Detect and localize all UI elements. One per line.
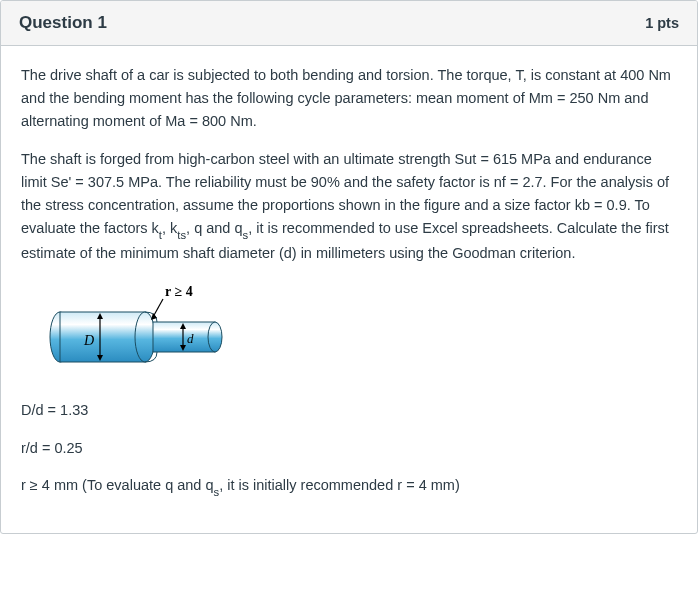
question-points: 1 pts xyxy=(645,15,679,31)
p2-b: , k xyxy=(162,220,177,236)
p2-c: , q and q xyxy=(186,220,242,236)
svg-line-11 xyxy=(153,299,163,317)
r-label: r ≥ 4 xyxy=(165,284,193,299)
shaft-diagram-svg: r ≥ 4 D d xyxy=(35,279,255,374)
p2-sub-s: s xyxy=(243,229,249,241)
paragraph-1: The drive shaft of a car is subjected to… xyxy=(21,64,677,134)
spec-r: r ≥ 4 mm (To evaluate q and qs, it is in… xyxy=(21,474,677,499)
question-title: Question 1 xyxy=(19,13,107,33)
spec-r-a: r ≥ 4 mm (To evaluate q and q xyxy=(21,477,214,493)
spec-Dd: D/d = 1.33 xyxy=(21,399,677,422)
p2-sub-ts: ts xyxy=(177,229,186,241)
svg-rect-1 xyxy=(60,312,145,362)
question-header: Question 1 1 pts xyxy=(1,1,697,46)
question-card: Question 1 1 pts The drive shaft of a ca… xyxy=(0,0,698,534)
spec-rd: r/d = 0.25 xyxy=(21,437,677,460)
small-d-label: d xyxy=(187,331,194,346)
question-body: The drive shaft of a car is subjected to… xyxy=(1,46,697,533)
shaft-figure: r ≥ 4 D d xyxy=(35,279,677,381)
spec-r-b: , it is initially recommended r = 4 mm) xyxy=(219,477,460,493)
spec-r-sub: s xyxy=(214,486,220,498)
big-d-label: D xyxy=(83,333,94,348)
svg-point-4 xyxy=(208,322,222,352)
paragraph-2: The shaft is forged from high-carbon ste… xyxy=(21,148,677,266)
p2-sub-t: t xyxy=(159,229,162,241)
